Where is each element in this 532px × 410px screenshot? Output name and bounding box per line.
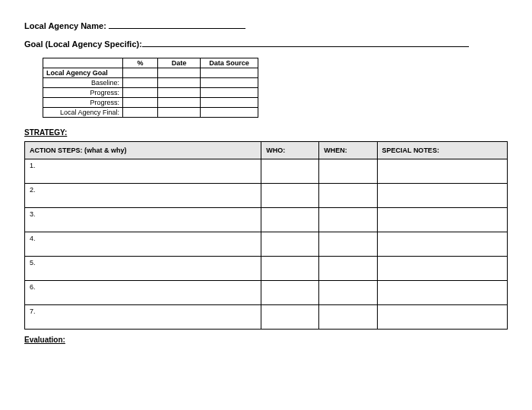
goal-table-row: Progress: — [43, 98, 258, 108]
action-row: 6. — [25, 281, 508, 305]
goal-table-header-date: Date — [158, 58, 201, 68]
action-cell-notes[interactable] — [377, 281, 507, 305]
agency-name-label: Local Agency Name: — [24, 21, 106, 30]
action-cell-step[interactable]: 6. — [25, 281, 261, 305]
goal-table-cell[interactable] — [123, 108, 158, 118]
goal-table-cell[interactable] — [158, 78, 201, 88]
strategy-heading: STRATEGY: — [24, 128, 508, 137]
goal-table-cell[interactable] — [123, 68, 158, 78]
goal-blank[interactable] — [142, 46, 469, 47]
action-cell-when[interactable] — [319, 232, 377, 257]
action-cell-notes[interactable] — [377, 208, 507, 232]
goal-table-cell[interactable] — [158, 88, 201, 98]
goal-table: % Date Data Source Local Agency Goal Bas… — [43, 58, 258, 118]
goal-table-row-label: Progress: — [43, 88, 123, 98]
action-row: 4. — [25, 232, 508, 257]
goal-table-cell[interactable] — [201, 88, 258, 98]
action-cell-notes[interactable] — [377, 232, 507, 257]
goal-table-corner — [43, 58, 123, 68]
action-cell-when[interactable] — [319, 305, 377, 330]
action-cell-who[interactable] — [261, 208, 319, 232]
action-cell-who[interactable] — [261, 232, 319, 257]
goal-table-cell[interactable] — [158, 108, 201, 118]
goal-table-cell[interactable] — [201, 108, 258, 118]
goal-table-row: Baseline: — [43, 78, 258, 88]
goal-table-row: Local Agency Final: — [43, 108, 258, 118]
action-cell-notes[interactable] — [377, 257, 507, 281]
action-cell-when[interactable] — [319, 159, 377, 184]
action-cell-when[interactable] — [319, 184, 377, 208]
action-cell-who[interactable] — [261, 257, 319, 281]
action-cell-when[interactable] — [319, 281, 377, 305]
goal-field: Goal (Local Agency Specific): — [24, 39, 508, 49]
goal-table-row: Progress: — [43, 88, 258, 98]
goal-table-cell[interactable] — [201, 98, 258, 108]
goal-table-header-row: % Date Data Source — [43, 58, 258, 68]
goal-table-header-pct: % — [123, 58, 158, 68]
action-cell-who[interactable] — [261, 305, 319, 330]
action-row: 1. — [25, 159, 508, 184]
action-row: 5. — [25, 257, 508, 281]
action-cell-when[interactable] — [319, 208, 377, 232]
action-cell-step[interactable]: 2. — [25, 184, 261, 208]
evaluation-heading: Evaluation: — [24, 336, 508, 344]
goal-table-title-row: Local Agency Goal — [43, 68, 258, 78]
action-cell-who[interactable] — [261, 184, 319, 208]
action-cell-notes[interactable] — [377, 159, 507, 184]
goal-table-cell[interactable] — [123, 98, 158, 108]
goal-table-cell[interactable] — [201, 68, 258, 78]
goal-table-cell[interactable] — [158, 68, 201, 78]
goal-table-cell[interactable] — [201, 78, 258, 88]
goal-label: Goal (Local Agency Specific): — [24, 39, 142, 49]
goal-table-row-label: Local Agency Final: — [43, 108, 123, 118]
action-cell-who[interactable] — [261, 159, 319, 184]
action-cell-notes[interactable] — [377, 305, 507, 330]
action-header-when: WHEN: — [319, 142, 377, 159]
action-cell-notes[interactable] — [377, 184, 507, 208]
goal-table-row-label: Progress: — [43, 98, 123, 108]
goal-table-cell[interactable] — [123, 78, 158, 88]
action-cell-step[interactable]: 5. — [25, 257, 261, 281]
action-header-notes: SPECIAL NOTES: — [377, 142, 507, 159]
action-table-header-row: ACTION STEPS: (what & why) WHO: WHEN: SP… — [25, 142, 508, 159]
action-cell-step[interactable]: 4. — [25, 232, 261, 257]
goal-table-header-source: Data Source — [201, 58, 258, 68]
action-table: ACTION STEPS: (what & why) WHO: WHEN: SP… — [24, 141, 508, 330]
action-cell-who[interactable] — [261, 281, 319, 305]
action-header-who: WHO: — [261, 142, 319, 159]
action-cell-step[interactable]: 7. — [25, 305, 261, 330]
agency-name-blank[interactable] — [109, 28, 245, 29]
action-header-action: ACTION STEPS: (what & why) — [25, 142, 261, 159]
goal-table-cell[interactable] — [158, 98, 201, 108]
goal-table-row-label: Baseline: — [43, 78, 123, 88]
action-row: 2. — [25, 184, 508, 208]
goal-table-cell[interactable] — [123, 88, 158, 98]
agency-name-field: Local Agency Name: — [24, 21, 508, 30]
action-cell-step[interactable]: 3. — [25, 208, 261, 232]
action-cell-when[interactable] — [319, 257, 377, 281]
goal-table-row-header: Local Agency Goal — [43, 68, 123, 78]
action-cell-step[interactable]: 1. — [25, 159, 261, 184]
action-row: 7. — [25, 305, 508, 330]
action-row: 3. — [25, 208, 508, 232]
